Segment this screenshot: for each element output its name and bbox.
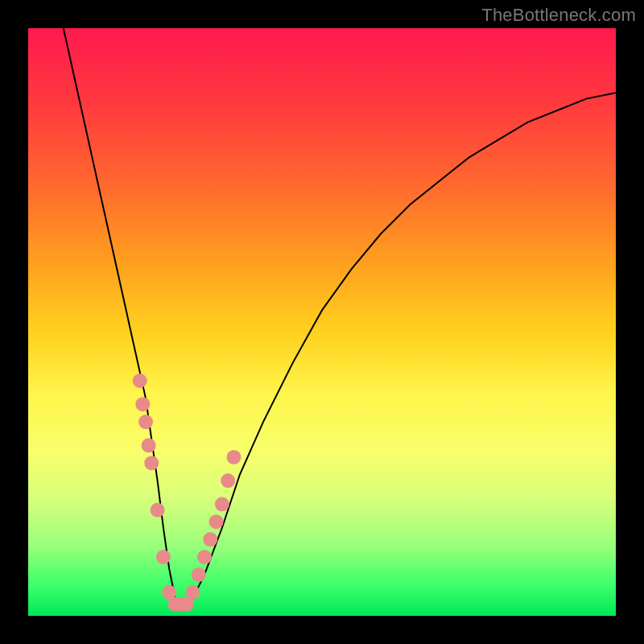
marker-dot [215,497,229,511]
marker-dot [221,473,235,488]
marker-dot [142,438,156,452]
marker-dot [209,514,224,529]
marker-dot [144,456,159,470]
marker-group [133,374,242,611]
watermark-text: TheBottleneck.com [481,5,636,26]
bottleneck-curve [64,28,616,604]
marker-dot [151,503,165,518]
marker-dot [135,397,150,411]
marker-dot [185,585,200,600]
marker-dot [197,550,212,564]
bottleneck-plot [28,28,616,616]
chart-frame [28,28,616,616]
marker-dot [138,415,153,429]
marker-dot [227,450,242,464]
marker-dot [133,374,147,388]
marker-dot [192,568,206,582]
marker-dot [156,550,171,564]
marker-dot [203,532,217,547]
